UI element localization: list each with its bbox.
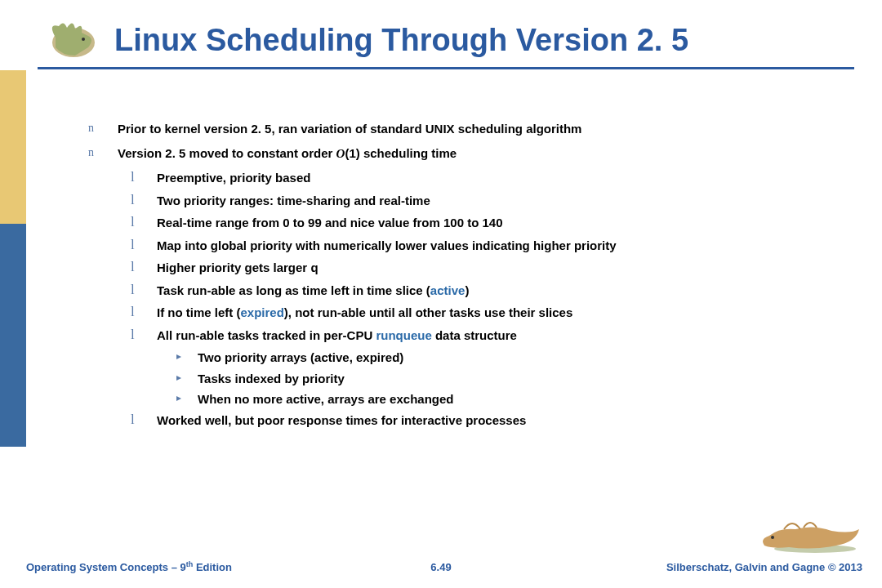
bullet-level2: l Two priority ranges: time-sharing and … — [131, 193, 848, 209]
bullet-text: Two priority ranges: time-sharing and re… — [157, 193, 848, 209]
bullet-marker-l: l — [131, 305, 157, 321]
bullet-text: Higher priority gets larger q — [157, 260, 848, 276]
bullet-text: Map into global priority with numericall… — [157, 238, 848, 254]
bullet-text: Tasks indexed by priority — [198, 371, 848, 387]
bullet-text: Two priority arrays (active, expired) — [198, 350, 848, 366]
bullet-level3: ▸ Two priority arrays (active, expired) — [176, 350, 848, 366]
bullet-level2: l Worked well, but poor response times f… — [131, 412, 848, 429]
bullet-text: If no time left (expired), not run-able … — [157, 305, 848, 321]
bullet-level2: l Preemptive, priority based — [131, 170, 848, 186]
bullet-level2: l Real-time range from 0 to 99 and nice … — [131, 215, 848, 231]
bullet-level2: l Map into global priority with numerica… — [131, 238, 848, 254]
bullet-text: Preemptive, priority based — [157, 170, 848, 186]
bullet-text: Version 2. 5 moved to constant order O(1… — [118, 145, 848, 163]
bullet-level1: n Prior to kernel version 2. 5, ran vari… — [88, 121, 848, 137]
slide-title: Linux Scheduling Through Version 2. 5 — [114, 23, 688, 58]
bullet-marker-arrow: ▸ — [176, 350, 198, 366]
bullet-level2: l Higher priority gets larger q — [131, 260, 848, 276]
bullet-marker-l: l — [131, 193, 157, 209]
bullet-marker-n: n — [88, 145, 118, 163]
title-underline — [38, 67, 854, 69]
bullet-text: When no more active, arrays are exchange… — [198, 391, 848, 408]
bullet-marker-arrow: ▸ — [176, 391, 198, 408]
bullet-level3: ▸ Tasks indexed by priority — [176, 371, 848, 387]
bullet-marker-l: l — [131, 412, 157, 429]
bullet-marker-l: l — [131, 215, 157, 231]
bullet-marker-l: l — [131, 238, 157, 254]
left-accent-stripe — [0, 0, 26, 588]
bullet-marker-l: l — [131, 283, 157, 299]
bullet-level1: n Version 2. 5 moved to constant order O… — [88, 145, 848, 163]
bullet-text: Task run-able as long as time left in ti… — [157, 283, 848, 299]
bullet-marker-arrow: ▸ — [176, 371, 198, 387]
bullet-level2: l Task run-able as long as time left in … — [131, 283, 848, 299]
svg-point-3 — [771, 536, 774, 539]
bullet-level2: l If no time left (expired), not run-abl… — [131, 305, 848, 321]
bullet-marker-l: l — [131, 260, 157, 276]
bullet-marker-l: l — [131, 170, 157, 186]
dinosaur-head-icon — [39, 15, 105, 64]
bullet-text: Real-time range from 0 to 99 and nice va… — [157, 215, 848, 231]
svg-point-1 — [82, 38, 85, 41]
bullet-marker-n: n — [88, 121, 118, 137]
bullet-level3: ▸ When no more active, arrays are exchan… — [176, 391, 848, 408]
bullet-text: Worked well, but poor response times for… — [157, 412, 848, 429]
bullet-text: All run-able tasks tracked in per-CPU ru… — [157, 327, 848, 344]
footer-copyright: Silberschatz, Galvin and Gagne © 2013 — [666, 561, 862, 573]
bullet-level2: l All run-able tasks tracked in per-CPU … — [131, 327, 848, 344]
dinosaur-footer-icon — [756, 513, 862, 554]
bullet-marker-l: l — [131, 327, 157, 344]
slide-content: n Prior to kernel version 2. 5, ran vari… — [88, 121, 848, 434]
bullet-text: Prior to kernel version 2. 5, ran variat… — [118, 121, 848, 137]
